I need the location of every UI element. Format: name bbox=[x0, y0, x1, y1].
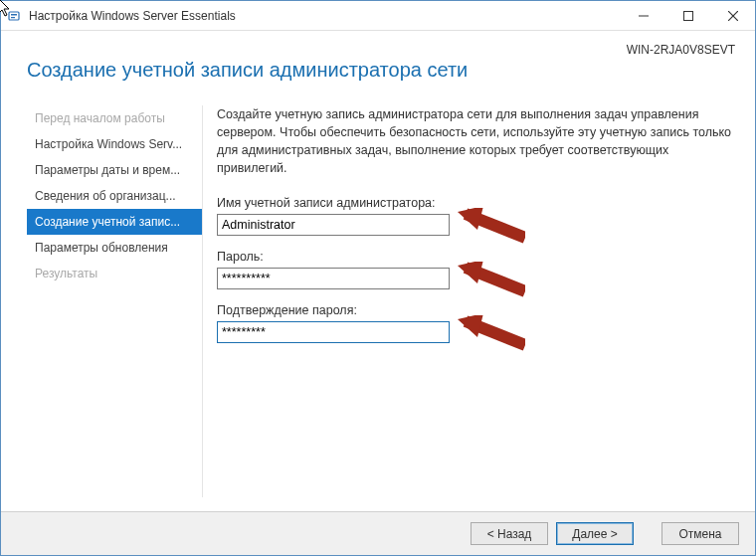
titlebar: Настройка Windows Server Essentials bbox=[1, 1, 755, 31]
annotation-arrow-icon bbox=[456, 315, 525, 355]
annotation-arrow-icon bbox=[456, 262, 525, 301]
window-controls bbox=[621, 1, 755, 30]
wizard-window: Настройка Windows Server Essentials WIN-… bbox=[0, 0, 756, 556]
nav-item-create-account[interactable]: Создание учетной запис... bbox=[27, 209, 202, 235]
nav-item-intro[interactable]: Перед началом работы bbox=[27, 105, 202, 131]
description-text: Создайте учетную запись администратора с… bbox=[217, 105, 735, 178]
close-button[interactable] bbox=[710, 1, 755, 30]
wizard-content: Создайте учетную запись администратора с… bbox=[202, 105, 735, 497]
cancel-button[interactable]: Отмена bbox=[662, 522, 739, 545]
annotation-arrow-icon bbox=[456, 208, 525, 248]
cursor-icon bbox=[0, 0, 15, 19]
wizard-body: Перед началом работы Настройка Windows S… bbox=[1, 82, 755, 497]
nav-item-server-setup[interactable]: Настройка Windows Serv... bbox=[27, 131, 202, 157]
password-label: Пароль: bbox=[217, 250, 735, 264]
username-label: Имя учетной записи администратора: bbox=[217, 196, 735, 210]
nav-item-org-info[interactable]: Сведения об организац... bbox=[27, 183, 202, 209]
confirm-password-input[interactable] bbox=[217, 321, 450, 343]
next-button[interactable]: Далее > bbox=[556, 522, 634, 545]
password-input[interactable] bbox=[217, 268, 450, 289]
username-input[interactable] bbox=[217, 214, 450, 236]
window-title: Настройка Windows Server Essentials bbox=[29, 9, 621, 23]
nav-item-results[interactable]: Результаты bbox=[27, 261, 202, 286]
wizard-footer: < Назад Далее > Отмена bbox=[1, 511, 755, 555]
minimize-button[interactable] bbox=[621, 1, 665, 30]
machine-name: WIN-2RJA0V8SEVT bbox=[627, 43, 735, 57]
back-button[interactable]: < Назад bbox=[471, 522, 548, 545]
nav-item-datetime[interactable]: Параметры даты и врем... bbox=[27, 157, 202, 183]
nav-item-update-params[interactable]: Параметры обновления bbox=[27, 235, 202, 261]
wizard-nav: Перед началом работы Настройка Windows S… bbox=[27, 105, 202, 497]
maximize-button[interactable] bbox=[665, 1, 710, 30]
confirm-password-label: Подтверждение пароля: bbox=[217, 303, 735, 317]
svg-rect-4 bbox=[683, 11, 692, 20]
